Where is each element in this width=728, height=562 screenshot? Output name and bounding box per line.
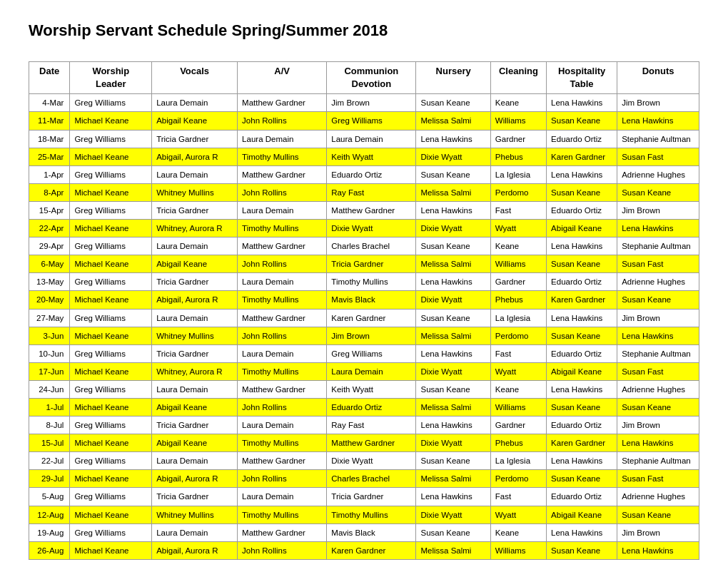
av-cell: Timothy Mullins bbox=[238, 362, 327, 380]
hospitality-cell: Eduardo Ortiz bbox=[547, 273, 617, 291]
header-av: A/V bbox=[238, 62, 327, 94]
header-nursery: Nursery bbox=[416, 62, 490, 94]
vocals-cell: Tricia Gardner bbox=[152, 273, 238, 291]
header-hospitality: HospitalityTable bbox=[547, 62, 617, 94]
worship-cell: Michael Keane bbox=[70, 291, 152, 309]
worship-cell: Michael Keane bbox=[70, 183, 152, 201]
hospitality-cell: Lena Hawkins bbox=[547, 94, 617, 112]
av-cell: John Rollins bbox=[238, 470, 327, 488]
vocals-cell: Abigail Keane bbox=[152, 434, 238, 452]
hospitality-cell: Eduardo Ortiz bbox=[547, 201, 617, 219]
av-cell: Matthew Gardner bbox=[238, 237, 327, 255]
av-cell: Timothy Mullins bbox=[238, 506, 327, 523]
date-cell: 1-Jul bbox=[29, 398, 70, 416]
vocals-cell: Abigail, Aurora R bbox=[152, 470, 238, 488]
av-cell: Timothy Mullins bbox=[238, 434, 327, 452]
worship-cell: Greg Williams bbox=[70, 273, 152, 291]
donuts-cell: Susan Fast bbox=[617, 255, 699, 273]
donuts-cell: Lena Hawkins bbox=[617, 112, 699, 130]
av-cell: Matthew Gardner bbox=[238, 452, 327, 470]
hospitality-cell: Lena Hawkins bbox=[547, 380, 617, 398]
worship-cell: Greg Williams bbox=[70, 237, 152, 255]
donuts-cell: Susan Fast bbox=[617, 470, 699, 488]
cleaning-cell: Phebus bbox=[490, 291, 546, 309]
worship-cell: Michael Keane bbox=[70, 541, 152, 559]
nursery-cell: Susan Keane bbox=[416, 380, 490, 398]
cleaning-cell: Perdomo bbox=[490, 470, 546, 488]
hospitality-cell: Susan Keane bbox=[547, 470, 617, 488]
communion-cell: Matthew Gardner bbox=[327, 201, 416, 219]
hospitality-cell: Lena Hawkins bbox=[547, 309, 617, 327]
donuts-cell: Lena Hawkins bbox=[617, 327, 699, 344]
communion-cell: Charles Brachel bbox=[327, 470, 416, 488]
communion-cell: Karen Gardner bbox=[327, 541, 416, 559]
nursery-cell: Melissa Salmi bbox=[416, 398, 490, 416]
vocals-cell: Laura Demain bbox=[152, 452, 238, 470]
communion-cell: Timothy Mullins bbox=[327, 273, 416, 291]
cleaning-cell: Fast bbox=[490, 344, 546, 362]
nursery-cell: Melissa Salmi bbox=[416, 255, 490, 273]
vocals-cell: Tricia Gardner bbox=[152, 344, 238, 362]
vocals-cell: Abigail Keane bbox=[152, 112, 238, 130]
av-cell: Laura Demain bbox=[238, 488, 327, 506]
av-cell: John Rollins bbox=[238, 112, 327, 130]
vocals-cell: Whitney Mullins bbox=[152, 327, 238, 344]
communion-cell: Greg Williams bbox=[327, 112, 416, 130]
av-cell: Timothy Mullins bbox=[238, 291, 327, 309]
donuts-cell: Jim Brown bbox=[617, 94, 699, 112]
date-cell: 24-Jun bbox=[29, 380, 70, 398]
donuts-cell: Stephanie Aultman bbox=[617, 452, 699, 470]
donuts-cell: Adrienne Hughes bbox=[617, 380, 699, 398]
table-row: 13-MayGreg WilliamsTricia GardnerLaura D… bbox=[29, 273, 699, 291]
table-row: 8-AprMichael KeaneWhitney MullinsJohn Ro… bbox=[29, 183, 699, 201]
worship-cell: Michael Keane bbox=[70, 327, 152, 344]
date-cell: 3-Jun bbox=[29, 327, 70, 344]
nursery-cell: Dixie Wyatt bbox=[416, 506, 490, 523]
cleaning-cell: Phebus bbox=[490, 434, 546, 452]
av-cell: John Rollins bbox=[238, 327, 327, 344]
av-cell: Matthew Gardner bbox=[238, 309, 327, 327]
cleaning-cell: Fast bbox=[490, 201, 546, 219]
donuts-cell: Lena Hawkins bbox=[617, 434, 699, 452]
communion-cell: Eduardo Ortiz bbox=[327, 398, 416, 416]
nursery-cell: Lena Hawkins bbox=[416, 417, 490, 434]
table-row: 5-AugGreg WilliamsTricia GardnerLaura De… bbox=[29, 488, 699, 506]
communion-cell: Dixie Wyatt bbox=[327, 220, 416, 237]
vocals-cell: Abigail Keane bbox=[152, 398, 238, 416]
table-row: 1-AprGreg WilliamsLaura DemainMatthew Ga… bbox=[29, 165, 699, 183]
nursery-cell: Dixie Wyatt bbox=[416, 291, 490, 309]
hospitality-cell: Karen Gardner bbox=[547, 434, 617, 452]
date-cell: 27-May bbox=[29, 309, 70, 327]
av-cell: Matthew Gardner bbox=[238, 165, 327, 183]
vocals-cell: Tricia Gardner bbox=[152, 417, 238, 434]
vocals-cell: Whitney, Aurora R bbox=[152, 362, 238, 380]
cleaning-cell: La Iglesia bbox=[490, 309, 546, 327]
hospitality-cell: Abigail Keane bbox=[547, 362, 617, 380]
donuts-cell: Stephanie Aultman bbox=[617, 130, 699, 148]
table-row: 6-MayMichael KeaneAbigail KeaneJohn Roll… bbox=[29, 255, 699, 273]
av-cell: Matthew Gardner bbox=[238, 94, 327, 112]
vocals-cell: Abigail Keane bbox=[152, 255, 238, 273]
table-row: 24-JunGreg WilliamsLaura DemainMatthew G… bbox=[29, 380, 699, 398]
nursery-cell: Lena Hawkins bbox=[416, 488, 490, 506]
cleaning-cell: Gardner bbox=[490, 417, 546, 434]
table-row: 10-JunGreg WilliamsTricia GardnerLaura D… bbox=[29, 344, 699, 362]
vocals-cell: Abigail, Aurora R bbox=[152, 541, 238, 559]
worship-cell: Michael Keane bbox=[70, 220, 152, 237]
worship-cell: Greg Williams bbox=[70, 201, 152, 219]
worship-cell: Michael Keane bbox=[70, 148, 152, 165]
table-row: 29-AprGreg WilliamsLaura DemainMatthew G… bbox=[29, 237, 699, 255]
av-cell: Timothy Mullins bbox=[238, 220, 327, 237]
av-cell: Laura Demain bbox=[238, 130, 327, 148]
table-row: 19-AugGreg WilliamsLaura DemainMatthew G… bbox=[29, 523, 699, 541]
communion-cell: Charles Brachel bbox=[327, 237, 416, 255]
hospitality-cell: Lena Hawkins bbox=[547, 165, 617, 183]
vocals-cell: Whitney Mullins bbox=[152, 183, 238, 201]
date-cell: 11-Mar bbox=[29, 112, 70, 130]
donuts-cell: Susan Keane bbox=[617, 291, 699, 309]
worship-cell: Michael Keane bbox=[70, 112, 152, 130]
date-cell: 26-Aug bbox=[29, 541, 70, 559]
hospitality-cell: Karen Gardner bbox=[547, 148, 617, 165]
date-cell: 22-Jul bbox=[29, 452, 70, 470]
nursery-cell: Dixie Wyatt bbox=[416, 434, 490, 452]
